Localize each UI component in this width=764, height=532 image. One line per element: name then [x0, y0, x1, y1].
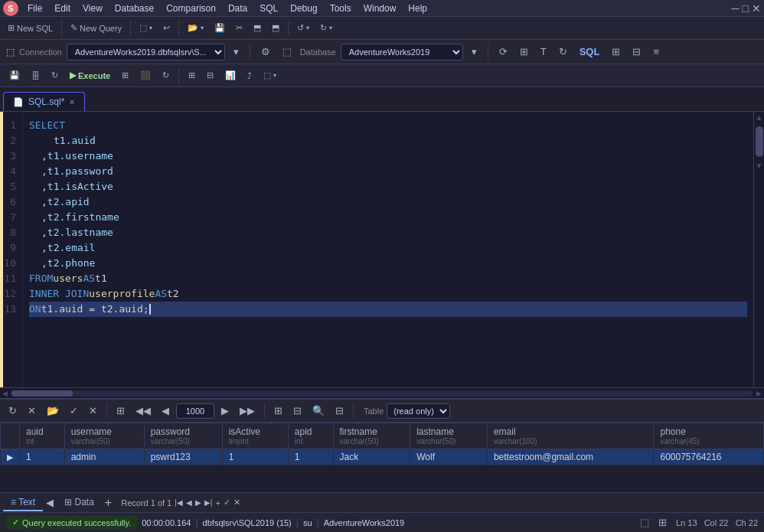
res-x-btn[interactable]: ✕ — [85, 403, 101, 418]
toolbar-btn-4[interactable]: 💾 — [210, 21, 230, 35]
scroll-up-arrow[interactable]: ▲ — [754, 112, 764, 123]
res-prev-btn[interactable]: ◀◀ — [132, 403, 155, 418]
res-filter-btn[interactable]: ⊟ — [331, 403, 348, 418]
execute-button[interactable]: ▶ Execute — [65, 68, 115, 83]
col-header-phone[interactable]: phone varchar(45) — [654, 423, 764, 449]
col-header-username[interactable]: username varchar(50) — [64, 423, 144, 449]
toolbar-btn-3[interactable]: 📂▾ — [183, 21, 208, 35]
exec-more-btn[interactable]: ⬚▾ — [259, 68, 281, 83]
db-btn-4[interactable]: ↻ — [555, 44, 571, 59]
db-btn-7[interactable]: ≡ — [649, 44, 663, 59]
menu-debug[interactable]: Debug — [284, 2, 323, 15]
menu-data[interactable]: Data — [222, 2, 253, 15]
col-header-isactive[interactable]: isActive tinyint — [222, 423, 288, 449]
exec-chart-btn[interactable]: 📊 — [220, 68, 240, 83]
hscroll-left[interactable]: ◀ — [0, 390, 10, 397]
col-header-firstname[interactable]: firstname varchar(50) — [333, 423, 410, 449]
db-btn-sql[interactable]: SQL — [576, 44, 604, 59]
toolbar-btn-7[interactable]: ⬒ — [267, 21, 284, 35]
maximize-button[interactable]: □ — [743, 2, 749, 15]
status-success-btn[interactable]: ✓ Query executed successfully. — [6, 516, 137, 529]
db-btn-3[interactable]: T — [537, 44, 550, 59]
col-header-lastname[interactable]: lastname varchar(50) — [410, 423, 488, 449]
db-dropdown-btn[interactable]: ▾ — [468, 44, 481, 59]
col-header-email[interactable]: email varchar(100) — [487, 423, 654, 449]
col-header-apid[interactable]: apid int — [288, 423, 333, 449]
toolbar-btn-2[interactable]: ↩ — [158, 21, 175, 35]
database-selector[interactable]: AdventureWorks2019 — [341, 44, 463, 60]
connection-selector[interactable]: AdventureWorks2019.dbfsqlsrv\S... — [67, 44, 225, 60]
menu-comparison[interactable]: Comparison — [160, 2, 222, 15]
menu-database[interactable]: Database — [109, 2, 160, 15]
hscroll-track[interactable] — [11, 390, 753, 397]
redo-button[interactable]: ↻▾ — [315, 21, 337, 35]
record-last-btn[interactable]: ▶| — [204, 498, 213, 507]
toolbar-btn-6[interactable]: ⬒ — [249, 21, 266, 35]
scroll-left-btn[interactable]: ◀ — [43, 495, 57, 510]
res-cols-btn[interactable]: ⊟ — [289, 403, 305, 418]
conn-extra-btn2[interactable]: ⬚ — [279, 44, 295, 59]
res-check-btn[interactable]: ✓ — [66, 403, 82, 418]
toolbar-btn-1[interactable]: ⬚▾ — [135, 21, 157, 35]
new-query-button[interactable]: ✎ New Query — [66, 21, 126, 35]
table-row[interactable]: ▶ 1 admin pswrd123 1 1 Jack Wolf bettest… — [1, 449, 764, 465]
toolbar-btn-5[interactable]: ✂ — [231, 21, 247, 35]
conn-extra-btn1[interactable]: ⚙ — [257, 44, 274, 59]
data-tab[interactable]: ⊞ Data — [57, 494, 102, 511]
conn-refresh-btn[interactable]: ▾ — [230, 44, 243, 59]
res-back-btn[interactable]: ◀ — [158, 403, 173, 418]
exec-repeat-btn[interactable]: ↻ — [158, 68, 174, 83]
menu-tools[interactable]: Tools — [324, 2, 358, 15]
hscroll-thumb[interactable] — [11, 390, 73, 397]
exec-stop-btn[interactable]: ⬛ — [135, 68, 155, 83]
record-cancel-btn[interactable]: ✕ — [233, 498, 240, 508]
add-tab-button[interactable]: + — [102, 496, 115, 510]
db-btn-5[interactable]: ⊞ — [608, 44, 624, 59]
res-last-btn[interactable]: ▶▶ — [236, 403, 259, 418]
scroll-down-arrow[interactable]: ▼ — [754, 160, 764, 171]
text-tab[interactable]: ≡ Text — [3, 494, 43, 511]
maximize-result-btn[interactable]: ⊞ — [658, 517, 667, 528]
menu-sql[interactable]: SQL — [253, 2, 284, 15]
page-input[interactable] — [176, 403, 214, 419]
record-prev-btn[interactable]: ◀ — [186, 498, 192, 507]
record-del-btn[interactable]: ✓ — [224, 498, 230, 508]
code-editor[interactable]: SELECT t1.auid ,t1.username ,t1.password… — [23, 112, 753, 387]
res-open-btn[interactable]: 📂 — [43, 403, 63, 418]
res-table-btn[interactable]: ⊞ — [270, 403, 286, 418]
menu-view[interactable]: View — [77, 2, 109, 15]
close-button[interactable]: ✕ — [752, 2, 761, 15]
scroll-thumb[interactable] — [756, 126, 763, 157]
exec-grid-btn[interactable]: ⊞ — [184, 68, 200, 83]
record-first-btn[interactable]: |◀ — [175, 498, 183, 507]
new-sql-button[interactable]: ⊞ New SQL — [3, 21, 57, 35]
table-mode-select[interactable]: (read only) — [387, 403, 450, 419]
tab-close-btn[interactable]: ✕ — [69, 98, 75, 106]
exec-all-btn[interactable]: ⊞ — [117, 68, 133, 83]
col-header-password[interactable]: password varchar(50) — [144, 423, 222, 449]
minimize-button[interactable]: ─ — [732, 2, 740, 15]
hscroll-right[interactable]: ▶ — [754, 390, 764, 397]
res-next-btn[interactable]: ▶ — [217, 403, 233, 418]
editor-hscrollbar[interactable]: ◀ ▶ — [0, 387, 764, 398]
exec-btn-1[interactable]: 💾 — [5, 68, 24, 83]
layout-btn[interactable]: ⬚ — [640, 517, 649, 528]
record-add-btn[interactable]: + — [215, 498, 220, 508]
menu-file[interactable]: File — [21, 2, 48, 15]
record-next-btn[interactable]: ▶ — [195, 498, 201, 507]
res-stop-btn[interactable]: ✕ — [24, 403, 40, 418]
exec-btn-3[interactable]: ↻ — [47, 68, 63, 83]
db-btn-2[interactable]: ⊞ — [516, 44, 532, 59]
exec-export-btn[interactable]: ⤴ — [243, 69, 256, 83]
menu-help[interactable]: Help — [402, 2, 433, 15]
editor-scrollbar[interactable]: ▲ ▼ — [753, 112, 764, 387]
db-btn-6[interactable]: ⊟ — [629, 44, 645, 59]
menu-edit[interactable]: Edit — [48, 2, 77, 15]
db-btn-1[interactable]: ⟳ — [495, 44, 511, 59]
exec-format-btn[interactable]: ⊟ — [202, 68, 218, 83]
menu-window[interactable]: Window — [358, 2, 403, 15]
undo-button[interactable]: ↺▾ — [292, 21, 314, 35]
exec-btn-2[interactable]: 🗄 — [27, 69, 44, 83]
col-header-auid[interactable]: auid int — [20, 423, 65, 449]
sql-tab[interactable]: 📄 SQL.sql* ✕ — [3, 92, 85, 111]
